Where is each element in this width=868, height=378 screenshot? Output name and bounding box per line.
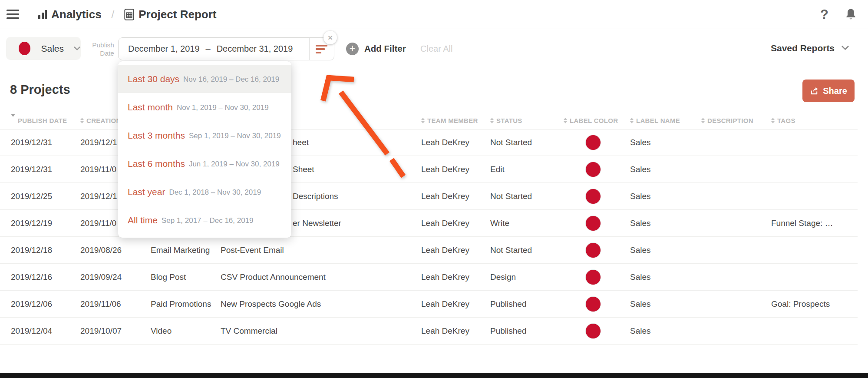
breadcrumb: Analytics / Project Report: [38, 8, 216, 21]
cell-tm: Leah DeKrey: [421, 318, 469, 344]
cell-ln: Sales: [630, 291, 651, 317]
date-preset-item[interactable]: Last 6 months Jun 1, 2019 – Nov 30, 2019: [118, 149, 291, 178]
cell-pd: 2019/12/18: [11, 237, 52, 263]
column-header-desc[interactable]: DESCRIPTION: [701, 112, 753, 129]
cell-name: TV Commercial: [221, 318, 277, 344]
cell-cd: 2019/11/0: [80, 210, 116, 236]
column-header-tags[interactable]: TAGS: [771, 112, 795, 129]
cell-name: Post-Event Email: [221, 237, 284, 263]
date-range-input[interactable]: December 1, 2019 – December 31, 2019: [118, 37, 334, 60]
cell-cd: 2019/09/24: [80, 264, 122, 290]
cell-tm: Leah DeKrey: [421, 264, 469, 290]
share-button[interactable]: Share: [802, 80, 855, 102]
cell-st: Not Started: [490, 129, 532, 156]
date-preset-item[interactable]: Last 3 months Sep 1, 2019 – Nov 30, 2019: [118, 121, 291, 149]
sort-icon: [490, 118, 494, 123]
sort-icon: [80, 118, 84, 123]
saved-reports-dropdown[interactable]: Saved Reports: [771, 43, 849, 53]
sort-icon: [564, 118, 567, 123]
date-preset-item[interactable]: Last month Nov 1, 2019 – Nov 30, 2019: [118, 93, 291, 121]
input-divider: [309, 38, 310, 60]
cell-lc: [564, 264, 601, 290]
table-row[interactable]: 2019/12/062019/11/06Paid PromotionsNew P…: [0, 291, 858, 318]
column-header-lc[interactable]: LABEL COLOR: [564, 112, 618, 129]
cell-pd: 2019/12/19: [11, 210, 52, 236]
cell-st: Write: [490, 210, 509, 236]
label-color-dot: [586, 135, 601, 150]
cell-lc: [564, 183, 601, 209]
breadcrumb-separator: /: [112, 8, 115, 20]
share-icon: [810, 87, 819, 95]
date-preset-item[interactable]: Last 30 days Nov 16, 2019 – Dec 16, 2019: [118, 65, 291, 93]
column-header-pd[interactable]: PUBLISH DATE: [11, 112, 67, 129]
bell-icon[interactable]: [845, 8, 857, 20]
table-row[interactable]: 2019/12/182019/08/26Email MarketingPost-…: [0, 237, 858, 264]
cell-ln: Sales: [630, 264, 651, 290]
cell-ln: Sales: [630, 156, 651, 182]
label-filter-value: Sales: [41, 43, 64, 54]
close-icon[interactable]: ×: [323, 31, 337, 44]
cell-pd: 2019/12/06: [11, 291, 52, 317]
publish-date-field-label: Publish Date: [64, 41, 114, 57]
cell-lc: [564, 129, 601, 156]
cell-ln: Sales: [630, 129, 651, 156]
analytics-bars-icon: [38, 10, 47, 19]
cell-ct: Video: [151, 318, 172, 344]
cell-lc: [564, 318, 601, 344]
cell-pd: 2019/12/25: [11, 183, 52, 209]
sort-desc-icon: [11, 114, 15, 124]
label-color-dot: [586, 162, 601, 177]
cell-cd: 2019/12/1: [80, 129, 117, 156]
cell-lc: [564, 156, 601, 182]
page-title: Project Report: [139, 8, 216, 21]
cell-name: CSV Product Announcement: [221, 264, 326, 290]
date-preset-icon[interactable]: [316, 45, 327, 53]
label-color-dot: [586, 216, 601, 231]
cell-lc: [564, 291, 601, 317]
cell-cd: 2019/11/06: [80, 291, 121, 317]
table-row[interactable]: 2019/12/162019/09/24Blog PostCSV Product…: [0, 264, 858, 291]
sort-icon: [630, 118, 634, 123]
cell-st: Not Started: [490, 183, 532, 209]
cell-st: Not Started: [490, 237, 532, 263]
cell-tags: Goal: Prospects: [771, 291, 830, 317]
column-header-ln[interactable]: LABEL NAME: [630, 112, 680, 129]
sort-icon: [771, 118, 775, 123]
sort-icon: [421, 118, 425, 123]
label-color-dot: [586, 189, 601, 204]
sort-icon: [701, 118, 705, 123]
clear-all-button[interactable]: Clear All: [420, 44, 452, 54]
date-preset-item[interactable]: Last year Dec 1, 2018 – Nov 30, 2019: [118, 178, 291, 206]
table-row[interactable]: 2019/12/042019/10/07VideoTV CommercialLe…: [0, 318, 858, 345]
help-icon[interactable]: ?: [820, 8, 828, 21]
cell-ln: Sales: [630, 210, 651, 236]
cell-tm: Leah DeKrey: [421, 129, 469, 156]
date-preset-item[interactable]: All time Sep 1, 2017 – Dec 16, 2019: [118, 206, 291, 234]
date-range-value: December 1, 2019 – December 31, 2019: [128, 38, 293, 60]
cell-pd: 2019/12/16: [11, 264, 52, 290]
cell-st: Published: [490, 318, 526, 344]
label-color-dot: [19, 42, 30, 55]
cell-ln: Sales: [630, 318, 651, 344]
label-color-dot: [586, 324, 601, 338]
date-preset-menu: Last 30 days Nov 16, 2019 – Dec 16, 2019…: [118, 61, 291, 238]
cell-ct: Blog Post: [151, 264, 186, 290]
column-header-st[interactable]: STATUS: [490, 112, 522, 129]
cell-tags: Funnel Stage: …: [771, 210, 833, 236]
chevron-down-icon: [841, 44, 849, 52]
cell-lc: [564, 237, 601, 263]
bottom-bar: [0, 373, 868, 378]
cell-tm: Leah DeKrey: [421, 291, 469, 317]
breadcrumb-section[interactable]: Analytics: [51, 8, 102, 21]
cell-cd: 2019/11/0: [80, 156, 116, 182]
cell-pd: 2019/12/31: [11, 156, 52, 182]
label-color-dot: [586, 243, 601, 258]
column-header-tm[interactable]: TEAM MEMBER: [421, 112, 478, 129]
hamburger-menu-icon[interactable]: [7, 10, 19, 19]
cell-pd: 2019/12/31: [11, 129, 52, 156]
cell-tm: Leah DeKrey: [421, 237, 469, 263]
cell-tm: Leah DeKrey: [421, 156, 469, 182]
add-filter-button[interactable]: + Add Filter: [346, 42, 406, 55]
cell-cd: 2019/12/1: [80, 183, 117, 209]
cell-ct: Email Marketing: [151, 237, 210, 263]
